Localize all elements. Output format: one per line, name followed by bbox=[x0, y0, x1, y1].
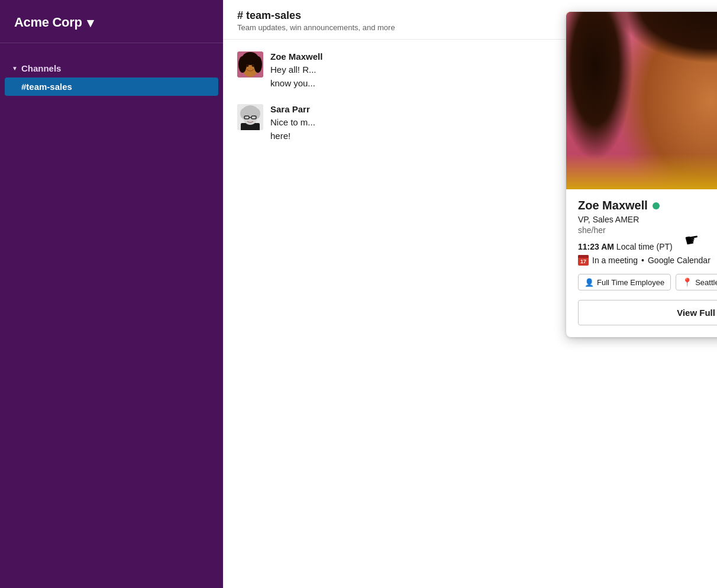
calendar-separator: • bbox=[641, 256, 644, 265]
chevron-down-icon: ▾ bbox=[87, 15, 93, 31]
profile-time: 11:23 AM Local time (PT) bbox=[578, 242, 717, 251]
profile-name: Zoe Maxwell bbox=[578, 199, 648, 212]
tag-location: 📍 Seattle, WA bbox=[676, 274, 717, 290]
person-icon: 👤 bbox=[584, 278, 594, 287]
channels-header[interactable]: ▼ Channels bbox=[0, 60, 223, 77]
svg-point-12 bbox=[240, 108, 247, 119]
sidebar-header: Acme Corp ▾ bbox=[0, 0, 223, 43]
location-icon: 📍 bbox=[682, 277, 692, 287]
tag-employee-label: Full Time Employee bbox=[597, 278, 664, 287]
sidebar: Acme Corp ▾ ▼ Channels #team-sales bbox=[0, 0, 223, 588]
profile-pronouns: she/her bbox=[578, 225, 717, 235]
profile-time-label: Local time (PT) bbox=[616, 242, 673, 251]
sidebar-nav: ▼ Channels #team-sales bbox=[0, 43, 223, 113]
avatar-zoe[interactable] bbox=[237, 51, 263, 77]
sidebar-item-team-sales[interactable]: #team-sales bbox=[5, 77, 218, 96]
profile-tags: 👤 Full Time Employee 📍 Seattle, WA 🏢 Sal… bbox=[578, 274, 717, 290]
svg-point-6 bbox=[252, 64, 255, 67]
profile-title: VP, Sales AMER bbox=[578, 215, 717, 224]
calendar-status: In a meeting bbox=[592, 256, 638, 265]
calendar-icon: 17 bbox=[578, 255, 589, 266]
channels-label: Channels bbox=[21, 63, 62, 73]
tag-employee-type: 👤 Full Time Employee bbox=[578, 274, 671, 290]
profile-info: Zoe Maxwell VP, Sales AMER she/her 11:23… bbox=[566, 189, 717, 337]
triangle-icon: ▼ bbox=[12, 65, 18, 72]
svg-point-3 bbox=[238, 56, 247, 73]
profile-calendar: 17 In a meeting • Google Calendar bbox=[578, 255, 717, 266]
yellow-shirt-hint bbox=[566, 154, 717, 189]
workspace-name-container[interactable]: Acme Corp ▾ bbox=[14, 14, 211, 31]
svg-point-5 bbox=[246, 64, 249, 67]
tag-location-label: Seattle, WA bbox=[695, 278, 717, 287]
profile-time-value: 11:23 AM bbox=[578, 242, 614, 251]
calendar-day: 17 bbox=[580, 259, 586, 264]
calendar-provider: Google Calendar bbox=[648, 256, 710, 265]
channel-name: #team-sales bbox=[21, 82, 72, 92]
avatar-sara[interactable] bbox=[237, 104, 263, 130]
profile-popup: Zoe Maxwell VP, Sales AMER she/her 11:23… bbox=[566, 12, 717, 337]
channels-section: ▼ Channels #team-sales bbox=[0, 55, 223, 101]
svg-point-13 bbox=[253, 108, 260, 119]
main-content: # team-sales Team updates, win announcem… bbox=[223, 0, 717, 588]
view-full-profile-button[interactable]: View Full Profile bbox=[578, 300, 717, 325]
svg-point-4 bbox=[254, 56, 262, 73]
workspace-name: Acme Corp bbox=[14, 15, 82, 30]
status-active-dot bbox=[653, 202, 660, 209]
profile-photo bbox=[566, 12, 717, 189]
profile-name-row: Zoe Maxwell bbox=[578, 199, 717, 212]
